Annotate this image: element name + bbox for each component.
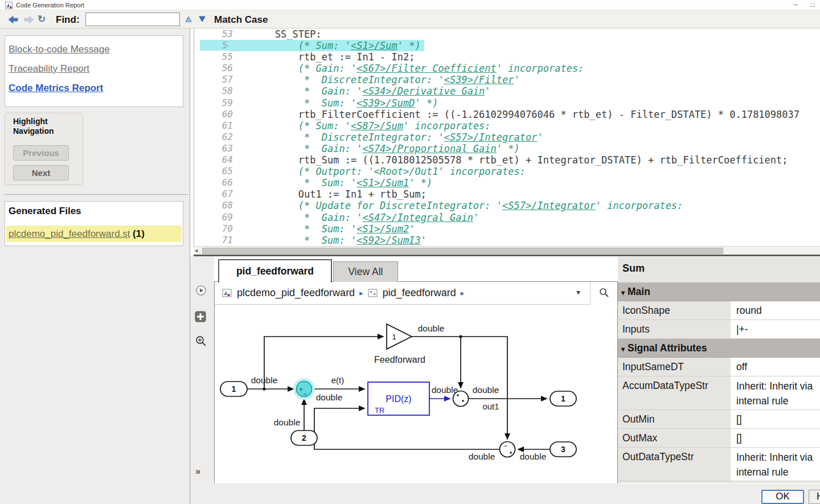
property-row: InputSameDToff bbox=[618, 358, 820, 376]
error-sum-block[interactable]: + − bbox=[293, 378, 315, 400]
property-row: Inputs|+- bbox=[618, 320, 820, 339]
property-value-line: [] bbox=[736, 410, 820, 428]
generated-file-row[interactable]: plcdemo_pid_feedforward.st (1) bbox=[6, 226, 182, 242]
scroll-left-arrow-icon[interactable]: ◂ bbox=[195, 247, 198, 253]
code-link[interactable]: <S1>/Sum1 bbox=[356, 177, 409, 189]
feedback-sum-block[interactable]: − bbox=[500, 442, 515, 457]
find-input[interactable] bbox=[85, 13, 180, 26]
pane-splitter[interactable] bbox=[194, 255, 820, 256]
title-bar: Code Generation Report – □ bbox=[0, 0, 820, 10]
report-link[interactable]: Traceability Report bbox=[9, 63, 183, 75]
find-next-icon[interactable] bbox=[199, 16, 206, 23]
code-link[interactable]: <S1>/Sum bbox=[351, 40, 397, 51]
code-comment: * Sum: ' bbox=[228, 235, 356, 246]
code-line: 57 * DiscreteIntegrator: '<S39>/Filter' bbox=[194, 74, 820, 85]
window-title: Code Generation Report bbox=[16, 2, 84, 9]
previous-button[interactable]: Previous bbox=[13, 145, 69, 161]
code-link[interactable]: <S67>/Filter Coefficient bbox=[356, 63, 497, 74]
code-comment: * Gain: ' bbox=[228, 212, 362, 223]
report-link[interactable]: Block-to-code Message bbox=[9, 44, 183, 55]
breadcrumb: plcdemo_pid_feedforward ▸ pid_feedforwar… bbox=[215, 282, 617, 305]
generated-file-count: (1) bbox=[133, 228, 145, 239]
property-value[interactable]: Inherit: Inherit viainternal rule bbox=[731, 448, 820, 481]
code-horizontal-scrollbar[interactable]: ◂ bbox=[194, 246, 820, 255]
code-line: 60 rtb_FilterCoefficient := ((-1.2610299… bbox=[194, 109, 820, 120]
code-link[interactable]: <S57>/Integrator bbox=[444, 132, 538, 143]
line-text: * Gain: '<S47>/Integral Gain' bbox=[228, 212, 482, 223]
signal-type-label: double bbox=[274, 417, 301, 427]
report-link[interactable]: Code Metrics Report bbox=[9, 83, 183, 94]
code-link[interactable]: <S92>/SumI3 bbox=[356, 235, 421, 246]
next-button[interactable]: Next bbox=[13, 165, 69, 181]
ok-button[interactable]: OK bbox=[761, 490, 804, 504]
back-icon[interactable] bbox=[7, 15, 19, 24]
property-value[interactable]: [] bbox=[731, 429, 820, 447]
code-text: rtb_et := In1 - In2; bbox=[228, 51, 415, 63]
property-value[interactable]: Inherit: Inherit viainternal rule bbox=[731, 376, 820, 409]
model-canvas[interactable]: 1 2 3 1 1 Feedforward bbox=[215, 305, 617, 483]
code-pane[interactable]: 53 SS_STEP:54 (* Sum: '<S1>/Sum' *)55 rt… bbox=[194, 28, 820, 246]
tab-pid-feedforward[interactable]: pid_feedforward bbox=[218, 259, 332, 282]
code-link[interactable]: <S39>/SumD bbox=[356, 97, 415, 109]
code-line: 62 * DiscreteIntegrator: '<S57>/Integrat… bbox=[194, 132, 820, 143]
refresh-icon[interactable]: ↻ bbox=[38, 13, 46, 25]
tab-view-all[interactable]: View All bbox=[333, 261, 398, 282]
svg-text:−: − bbox=[303, 390, 307, 398]
match-case-label[interactable]: Match Case bbox=[214, 14, 268, 26]
code-line: 58 * Gain: '<S34>/Derivative Gain' bbox=[194, 85, 820, 97]
fit-to-view-icon[interactable] bbox=[195, 311, 206, 322]
line-text: * DiscreteIntegrator: '<S57>/Integrator' bbox=[228, 132, 547, 143]
code-comment: ' bbox=[514, 74, 520, 85]
signal-type-label: double bbox=[473, 385, 499, 395]
code-line: 61 (* Sum: '<S87>/Sum' incorporates: bbox=[194, 120, 820, 132]
code-link[interactable]: <S39>/Filter bbox=[444, 74, 514, 85]
section-collapse-icon[interactable]: ▾ bbox=[621, 345, 625, 353]
property-value[interactable]: [] bbox=[731, 410, 820, 428]
property-value-line: internal rule bbox=[736, 394, 820, 408]
inport-3-block[interactable]: 3 bbox=[550, 442, 576, 457]
help-button[interactable]: Help bbox=[809, 490, 820, 504]
property-section-header[interactable]: ▾Signal Attributes bbox=[618, 339, 820, 358]
breadcrumb-item-model[interactable]: plcdemo_pid_feedforward bbox=[237, 287, 355, 299]
code-link[interactable]: <S1>/Sum2 bbox=[356, 223, 409, 235]
code-line: 68 (* Update for DiscreteIntegrator: '<S… bbox=[194, 200, 820, 211]
wire-junction bbox=[263, 387, 265, 390]
code-comment: (* Update for DiscreteIntegrator: ' bbox=[228, 200, 502, 211]
generated-file-link[interactable]: plcdemo_pid_feedforward.st bbox=[9, 228, 130, 239]
inport-2-block[interactable]: 2 bbox=[291, 431, 317, 445]
maximize-button[interactable]: □ bbox=[809, 1, 817, 9]
outport-1-block[interactable]: 1 bbox=[550, 391, 576, 406]
model-search-button[interactable] bbox=[590, 282, 617, 305]
property-value-line: |+- bbox=[736, 320, 820, 338]
code-comment: ' bbox=[421, 235, 427, 246]
forward-icon[interactable] bbox=[23, 15, 35, 24]
code-link[interactable]: <S87>/Sum bbox=[351, 120, 403, 132]
line-text: * Gain: '<S74>/Proportional Gain' *) bbox=[228, 143, 523, 154]
code-link[interactable]: <S57>/Integrator bbox=[502, 200, 596, 211]
search-icon bbox=[598, 287, 610, 298]
zoom-in-icon[interactable] bbox=[195, 335, 207, 347]
code-link[interactable]: <S74>/Proportional Gain bbox=[362, 143, 496, 154]
find-label: Find: bbox=[56, 14, 80, 26]
more-tools-chevrons-icon[interactable]: » bbox=[195, 466, 200, 477]
property-value[interactable]: round bbox=[731, 301, 820, 319]
inport-1-block[interactable]: 1 bbox=[220, 382, 247, 396]
breadcrumb-separator-icon: ▸ bbox=[461, 289, 465, 297]
expand-panel-icon[interactable] bbox=[195, 284, 207, 297]
pid-block[interactable]: PID(z) TR bbox=[368, 382, 429, 415]
property-value[interactable]: |+- bbox=[731, 320, 820, 338]
signal-type-label: double bbox=[469, 452, 495, 461]
code-link[interactable]: <S34>/Derivative Gain bbox=[362, 85, 485, 97]
minimize-button[interactable]: – bbox=[790, 1, 801, 9]
line-text: (* Update for DiscreteIntegrator: '<S57>… bbox=[228, 200, 686, 211]
code-comment: * DiscreteIntegrator: ' bbox=[228, 74, 444, 85]
code-link[interactable]: <S47>/Integral Gain bbox=[362, 212, 473, 223]
property-value[interactable]: off bbox=[731, 358, 820, 376]
section-collapse-icon[interactable]: ▾ bbox=[621, 289, 625, 297]
find-previous-icon[interactable] bbox=[185, 16, 192, 23]
scrollbar-thumb[interactable] bbox=[202, 248, 723, 254]
property-section-header[interactable]: ▾Main bbox=[618, 282, 820, 301]
breadcrumb-dropdown-icon[interactable]: ▾ bbox=[576, 288, 580, 297]
property-row: OutMax[] bbox=[618, 429, 820, 448]
breadcrumb-item-subsystem[interactable]: pid_feedforward bbox=[383, 287, 456, 299]
